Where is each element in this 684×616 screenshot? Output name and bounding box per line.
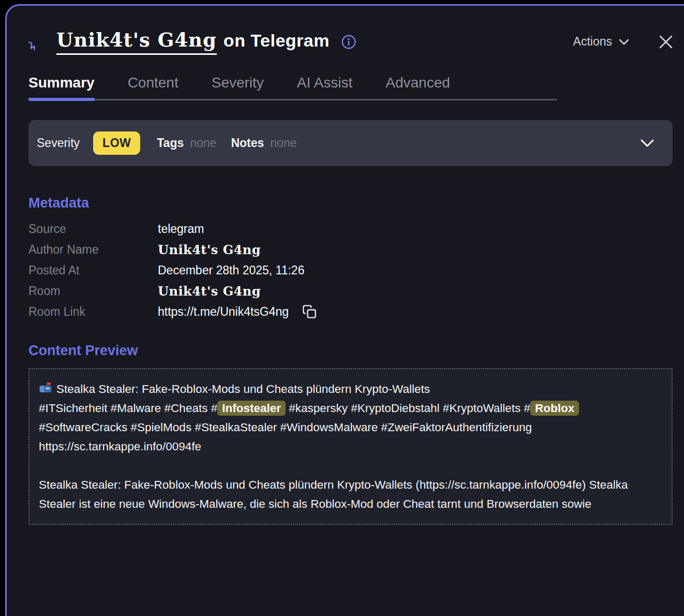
hashtag-text: #ITSicherheit #Malware #Cheats # xyxy=(39,402,217,415)
severity-badge: LOW xyxy=(93,131,140,155)
metadata-row-author-name: Author Name Unik4t's G4ng xyxy=(28,239,673,260)
tab-severity[interactable]: Severity xyxy=(212,75,264,99)
info-icon[interactable] xyxy=(341,34,356,50)
preview-body: Stealka Stealer: Fake-Roblox-Mods und Ch… xyxy=(39,475,662,514)
metadata-row-posted-at: Posted At December 28th 2025, 11:26 xyxy=(28,260,673,281)
metadata-row-room-link: Room Link https://t.me/Unik4tsG4ng xyxy=(28,301,673,322)
mailbox-emoji-icon xyxy=(39,381,52,394)
hashtag-highlight-infostealer: Infostealer xyxy=(217,401,286,416)
page-title: Unik4t's G4ng on Telegram xyxy=(56,28,330,55)
metadata-label: Room xyxy=(28,284,158,298)
tab-advanced[interactable]: Advanced xyxy=(385,75,450,99)
blank-line xyxy=(39,456,662,475)
copy-icon[interactable] xyxy=(302,304,317,319)
chevron-down-icon xyxy=(619,39,629,45)
metadata-row-source: Source telegram xyxy=(28,218,673,239)
metadata-value: December 28th 2025, 11:26 xyxy=(158,263,304,277)
hashtag-text: #SoftwareCracks #SpielMods #StealkaSteal… xyxy=(39,421,532,434)
header-actions-group: Actions xyxy=(573,35,673,49)
metadata-value: Unik4t's G4ng xyxy=(158,242,261,257)
severity-label: Severity xyxy=(37,136,80,150)
metadata-value: telegram xyxy=(158,222,204,236)
hashtag-text: #kaspersky #KryptoDiebstahl #KryptoWalle… xyxy=(286,402,530,415)
notes-label: Notes xyxy=(231,136,264,150)
panel-header: Unik4t's G4ng on Telegram Actions xyxy=(28,28,673,55)
chat-bubble-icon xyxy=(28,34,45,50)
preview-headline: Stealka Stealer: Fake-Roblox-Mods und Ch… xyxy=(39,379,662,399)
metadata-section-title: Metadata xyxy=(28,195,673,211)
metadata-label: Posted At xyxy=(28,263,158,277)
room-detail-panel: Unik4t's G4ng on Telegram Actions xyxy=(5,4,684,616)
metadata-rows: Source telegram Author Name Unik4t's G4n… xyxy=(28,218,673,322)
content-preview-box: Stealka Stealer: Fake-Roblox-Mods und Ch… xyxy=(28,368,673,525)
metadata-label: Author Name xyxy=(28,243,158,257)
tab-bar: Summary Content Severity AI Assist Advan… xyxy=(28,75,557,100)
metadata-label: Room Link xyxy=(28,305,158,319)
metadata-row-room: Room Unik4t's G4ng xyxy=(28,281,673,301)
close-icon[interactable] xyxy=(659,35,673,49)
headline-text: Stealka Stealer: Fake-Roblox-Mods und Ch… xyxy=(56,383,430,395)
title-suffix: on Telegram xyxy=(224,31,330,51)
expand-chevron-down-icon[interactable] xyxy=(641,139,654,148)
metadata-value: Unik4t's G4ng xyxy=(158,284,261,299)
hashtag-highlight-roblox: Roblox xyxy=(530,401,579,416)
notes-value: none xyxy=(270,136,296,150)
tab-summary[interactable]: Summary xyxy=(28,75,95,99)
metadata-label: Source xyxy=(28,222,158,236)
severity-summary-bar[interactable]: Severity LOW Tags none Notes none xyxy=(28,120,673,166)
content-preview-section-title: Content Preview xyxy=(28,343,673,359)
tab-content[interactable]: Content xyxy=(128,75,179,99)
preview-link: https://sc.tarnkappe.info/0094fe xyxy=(39,437,662,456)
room-name-title: Unik4t's G4ng xyxy=(56,28,217,55)
actions-button[interactable]: Actions xyxy=(573,35,629,49)
tags-label: Tags xyxy=(157,136,184,150)
tab-ai-assist[interactable]: AI Assist xyxy=(297,75,352,99)
tags-value: none xyxy=(190,136,216,150)
actions-label: Actions xyxy=(573,35,612,49)
room-link-value[interactable]: https://t.me/Unik4tsG4ng xyxy=(158,305,289,319)
preview-hashtags: #ITSicherheit #Malware #Cheats #Infostea… xyxy=(39,399,662,437)
